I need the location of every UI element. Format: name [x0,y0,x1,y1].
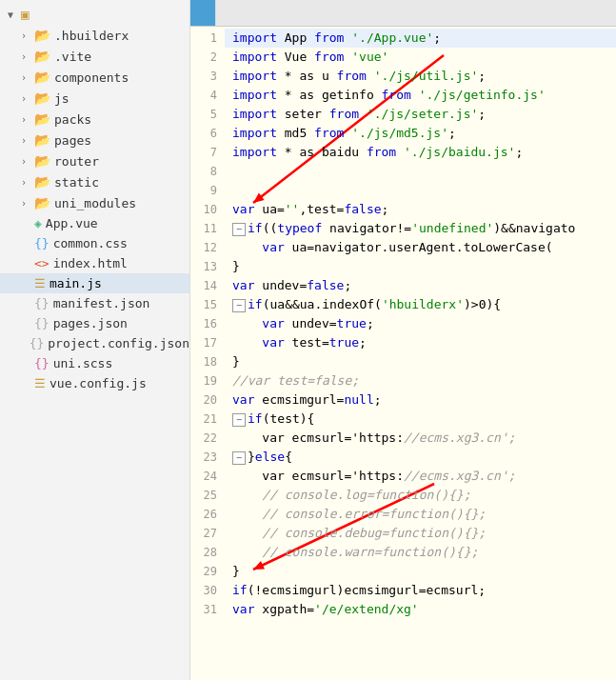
sidebar-item-pages[interactable]: ›📂pages [0,130,189,150]
root-folder[interactable]: ▼ ▣ [0,4,189,25]
sidebar-item-packs[interactable]: ›📂packs [0,109,189,130]
line-numbers: 1234567891011121314151617181920212223242… [190,27,225,680]
sidebar-item-static[interactable]: ›📂static [0,171,189,192]
code-line-11: −if((typeof navigator!='undefined')&&nav… [225,219,616,238]
folder-icon: 📂 [34,111,50,127]
item-label: components [54,70,129,85]
code-line-28: // console.warn=function(){}; [225,543,616,562]
line-number-30: 30 [190,581,217,600]
item-label: uni_modules [54,196,136,210]
line-number-25: 25 [190,486,217,505]
line-number-6: 6 [190,124,217,143]
sidebar-item-vue-config-js[interactable]: ☰vue.config.js [0,373,189,393]
item-label: common.css [53,236,128,250]
line-number-7: 7 [190,143,217,162]
sidebar-item-components[interactable]: ›📂components [0,67,189,88]
item-label: index.html [53,256,128,270]
sidebar-item-app-vue[interactable]: ◈App.vue [0,213,189,233]
folder-icon: 📂 [34,70,50,85]
item-label: router [54,154,99,169]
folder-arrow: › [21,72,34,83]
sidebar-item-pages-json[interactable]: {}pages.json [0,313,189,333]
item-label: .hbuilderx [54,29,129,43]
sidebar-item-uni_modules[interactable]: ›📂uni_modules [0,192,189,213]
line-number-21: 21 [190,410,217,429]
root-arrow: ▼ [8,10,21,20]
folder-icon: 📂 [34,90,50,106]
code-line-17: var test=true; [225,333,616,352]
sidebar-item-uni-scss[interactable]: {}uni.scss [0,353,189,373]
item-label: pages.json [53,316,128,330]
line-number-12: 12 [190,238,217,257]
folder-arrow: › [21,93,34,104]
folder-icon: 📂 [34,153,50,169]
code-line-24: var ecmsurl='https://ecms.xg3.cn'; [225,467,616,486]
line-number-2: 2 [190,48,217,67]
line-number-15: 15 [190,295,217,314]
item-label: js [54,91,70,106]
line-number-23: 23 [190,448,217,467]
sidebar-item-js[interactable]: ›📂js [0,88,189,109]
code-line-14: var undev=false; [225,276,616,295]
item-label: main.js [50,276,102,290]
item-label: App.vue [46,216,98,230]
collapse-btn-15[interactable]: − [232,299,246,312]
line-number-1: 1 [190,29,217,48]
collapse-btn-23[interactable]: − [232,451,246,465]
line-number-31: 31 [190,600,217,619]
line-number-26: 26 [190,505,217,524]
line-number-24: 24 [190,467,217,486]
folder-arrow: › [21,114,34,125]
css-icon: {} [34,236,50,250]
line-number-16: 16 [190,314,217,333]
code-line-13: } [225,257,616,276]
sidebar-item-router[interactable]: ›📂router [0,150,189,171]
js-icon: ☰ [34,376,46,390]
code-line-3: import * as u from './js/util.js'; [225,67,616,86]
sidebar-item-index-html[interactable]: <>index.html [0,253,189,273]
item-label: project.config.json [48,336,189,350]
item-label: vue.config.js [50,376,147,390]
folder-arrow: › [21,135,34,146]
line-number-11: 11 [190,219,217,238]
sidebar-item-common-css[interactable]: {}common.css [0,233,189,253]
line-number-27: 27 [190,524,217,543]
line-number-19: 19 [190,371,217,390]
code-line-9 [225,181,616,200]
sidebar-item-manifest-json[interactable]: {}manifest.json [0,293,189,313]
json-icon: {} [34,296,50,310]
line-number-22: 22 [190,429,217,448]
code-line-30: if(!ecmsimgurl)ecmsimgurl=ecmsurl; [225,581,616,600]
code-line-18: } [225,352,616,371]
line-number-20: 20 [190,390,217,410]
collapse-btn-11[interactable]: − [232,223,246,236]
main-js-tab[interactable] [190,0,216,26]
line-number-9: 9 [190,181,217,200]
code-container: 1234567891011121314151617181920212223242… [190,27,616,680]
code-line-21: −if(test){ [225,410,616,429]
code-line-25: // console.log=function(){}; [225,486,616,505]
collapse-btn-21[interactable]: − [232,413,246,427]
sidebar-item-main-js[interactable]: ☰main.js [0,273,189,293]
vue-icon: ◈ [34,216,42,230]
js-icon: ☰ [34,276,46,290]
sidebar-item-hbuilderx[interactable]: ›📂.hbuilderx [0,25,189,46]
line-number-17: 17 [190,333,217,352]
code-line-27: // console.debug=function(){}; [225,524,616,543]
tab-bar [190,0,616,27]
code-line-22: var ecmsurl='https://ecms.xg3.cn'; [225,429,616,448]
code-line-29: } [225,562,616,581]
sidebar-item-project-config-json[interactable]: {}project.config.json [0,333,189,353]
code-line-12: var ua=navigator.userAgent.toLowerCase( [225,238,616,257]
folder-arrow: › [21,177,34,188]
code-lines: import App from './App.vue';import Vue f… [225,27,616,680]
json-icon: {} [30,336,45,350]
file-tree[interactable]: ▼ ▣ ›📂.hbuilderx›📂.vite›📂components›📂js›… [0,0,190,680]
item-label: uni.scss [53,356,113,370]
code-line-7: import * as baidu from './js/baidu.js'; [225,143,616,162]
code-line-20: var ecmsimgurl=null; [225,390,616,410]
sidebar-item-vite[interactable]: ›📂.vite [0,46,189,67]
code-line-2: import Vue from 'vue' [225,48,616,67]
line-number-8: 8 [190,162,217,181]
code-line-10: var ua='',test=false; [225,200,616,219]
